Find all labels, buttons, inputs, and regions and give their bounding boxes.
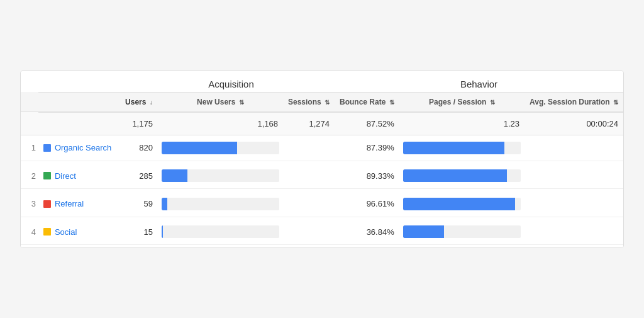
users-value: 820 xyxy=(120,135,158,161)
bounce-rate-value: 36.84% xyxy=(335,219,399,245)
column-header-row: Users ↓ New Users ⇅ Sessions ⇅ Bounce Ra… xyxy=(21,92,623,112)
bounce-bar-fill xyxy=(403,142,504,154)
spacer xyxy=(283,163,335,189)
rank-cell: 1 xyxy=(21,135,38,161)
users-bar-cell xyxy=(158,191,283,217)
rank-col-header xyxy=(21,92,38,112)
channel-label-cell: Organic Search xyxy=(38,135,120,161)
totals-row: 1,175 1,168 1,274 87.52% 1.23 00:00:24 xyxy=(21,112,623,135)
users-value: 15 xyxy=(120,219,158,245)
totals-users: 1,175 xyxy=(120,112,158,135)
channel-label-cell: Referral xyxy=(38,191,120,217)
channel-link[interactable]: Referral xyxy=(43,199,115,208)
bounce-bar-cell xyxy=(399,135,525,161)
avg-session-col-header[interactable]: Avg. Session Duration ⇅ xyxy=(525,92,623,112)
bounce-bar-fill xyxy=(403,225,445,238)
bounce-bar-container xyxy=(403,142,521,154)
new-users-col-header[interactable]: New Users ⇅ xyxy=(158,92,283,112)
spacer xyxy=(283,135,335,161)
channel-dot xyxy=(43,200,51,208)
channel-dot xyxy=(43,172,51,179)
bounce-bar-container xyxy=(403,198,521,210)
users-col-header[interactable]: Users ↓ xyxy=(120,92,158,112)
rank-cell: 2 xyxy=(21,163,38,189)
spacer2 xyxy=(525,163,623,189)
users-value: 59 xyxy=(120,191,158,217)
sort-icon-avg: ⇅ xyxy=(613,99,618,106)
channel-link[interactable]: Direct xyxy=(43,171,115,181)
users-bar-fill xyxy=(162,198,167,210)
sort-icon-pages: ⇅ xyxy=(490,99,495,106)
channel-name: Social xyxy=(55,227,77,237)
totals-new-users: 1,168 xyxy=(158,112,283,135)
rank-cell: 4 xyxy=(21,219,38,245)
spacer2 xyxy=(525,219,623,245)
users-bar-fill xyxy=(162,225,163,238)
users-bar-container xyxy=(162,198,279,210)
sort-icon-sessions: ⇅ xyxy=(325,99,330,106)
users-bar-cell xyxy=(158,219,283,245)
totals-pages-session: 1.23 xyxy=(399,112,525,135)
bounce-bar-container xyxy=(403,225,521,238)
channel-dot xyxy=(43,144,51,152)
channel-name: Organic Search xyxy=(55,143,111,152)
spacer xyxy=(283,191,335,217)
bounce-bar-cell xyxy=(399,163,525,189)
bounce-rate-col-header[interactable]: Bounce Rate ⇅ xyxy=(335,92,399,112)
pages-session-col-header[interactable]: Pages / Session ⇅ xyxy=(399,92,525,112)
bounce-bar-cell xyxy=(399,219,525,245)
channel-name: Referral xyxy=(55,199,84,208)
separator-cell xyxy=(21,245,623,247)
spacer2 xyxy=(525,135,623,161)
bounce-bar-container xyxy=(403,169,521,182)
users-bar-cell xyxy=(158,163,283,189)
users-bar-fill xyxy=(162,169,187,182)
bounce-bar-cell xyxy=(399,191,525,217)
users-value: 285 xyxy=(120,163,158,189)
sort-icon: ↓ xyxy=(150,99,153,106)
bounce-rate-value: 89.33% xyxy=(335,163,399,189)
sessions-col-header[interactable]: Sessions ⇅ xyxy=(283,92,335,112)
table-row: 4 Social 15 36.84% xyxy=(21,219,623,245)
behavior-group-header: Behavior xyxy=(335,71,623,93)
spacer xyxy=(283,219,335,245)
channel-label-cell: Direct xyxy=(38,163,120,189)
bounce-rate-value: 96.61% xyxy=(335,191,399,217)
totals-bounce-rate: 87.52% xyxy=(335,112,399,135)
separator-row xyxy=(21,245,623,247)
channel-label-cell: Social xyxy=(38,219,120,245)
channel-link[interactable]: Organic Search xyxy=(43,143,115,152)
users-bar-fill xyxy=(162,142,237,154)
table-row: 3 Referral 59 96.61% xyxy=(21,191,623,217)
totals-avg-session: 00:00:24 xyxy=(525,112,623,135)
bounce-bar-fill xyxy=(403,198,515,210)
bounce-rate-value: 87.39% xyxy=(335,135,399,161)
channel-col-header xyxy=(38,92,120,112)
analytics-table: Acquisition Behavior Users ↓ New Users ⇅… xyxy=(20,71,624,248)
totals-label xyxy=(21,112,120,135)
channel-dot xyxy=(43,228,51,236)
group-header-row: Acquisition Behavior xyxy=(21,71,623,93)
bounce-bar-fill xyxy=(403,169,507,182)
channel-link[interactable]: Social xyxy=(43,227,115,237)
users-bar-container xyxy=(162,169,279,182)
users-bar-cell xyxy=(158,135,283,161)
sort-icon-new-users: ⇅ xyxy=(239,99,244,106)
acquisition-group-header: Acquisition xyxy=(120,71,335,93)
spacer2 xyxy=(525,191,623,217)
sort-icon-bounce: ⇅ xyxy=(389,99,394,106)
channel-name: Direct xyxy=(55,171,76,181)
users-bar-container xyxy=(162,225,279,238)
users-bar-container xyxy=(162,142,279,154)
table-row: 1 Organic Search 820 87.39% xyxy=(21,135,623,161)
totals-sessions: 1,274 xyxy=(283,112,335,135)
rank-cell: 3 xyxy=(21,191,38,217)
table-row: 2 Direct 285 89.33% xyxy=(21,163,623,189)
